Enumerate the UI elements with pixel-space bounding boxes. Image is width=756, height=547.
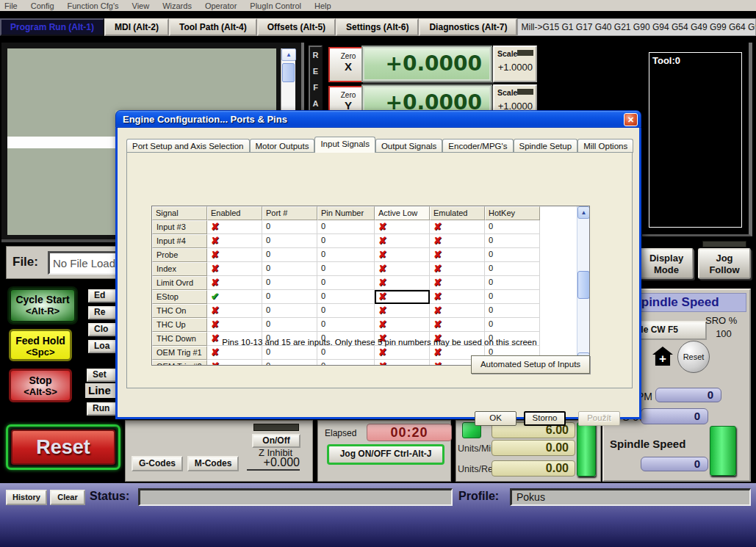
grid-cell-emulated[interactable]: ✘ <box>430 220 485 234</box>
grid-cell-port[interactable]: 0 <box>262 304 317 318</box>
grid-header-signal[interactable]: Signal <box>152 206 207 220</box>
feedrate-override-bar[interactable] <box>577 422 596 477</box>
dialog-tab-spindle-setup[interactable]: Spindle Setup <box>514 139 578 153</box>
x-axis-dro[interactable]: +0.0000 <box>361 46 492 82</box>
grid-header-active-low[interactable]: Active Low <box>375 206 430 220</box>
grid-cell-active-low[interactable]: ✘ <box>375 290 430 304</box>
automated-setup-button[interactable]: Automated Setup of Inputs <box>471 355 590 374</box>
grid-cell-enabled[interactable]: ✘ <box>207 234 262 248</box>
menu-item-file[interactable]: File <box>4 1 18 10</box>
grid-cell-hotkey[interactable]: 0 <box>485 304 540 318</box>
grid-cell-active-low[interactable]: ✘ <box>375 276 430 290</box>
grid-cell-active-low[interactable]: ✘ <box>375 262 430 276</box>
grid-cell-enabled[interactable]: ✔ <box>207 290 262 304</box>
jog-on-off-button[interactable]: Jog ON/OFF Ctrl-Alt-J <box>327 444 444 465</box>
grid-cell-emulated[interactable]: ✘ <box>430 304 485 318</box>
units-min-display[interactable]: 0.00 <box>492 440 575 456</box>
screen-tab-tool-path[interactable]: Tool Path (Alt-4) <box>169 18 257 36</box>
menu-item-wizards[interactable]: Wizards <box>162 1 192 10</box>
grid-cell-enabled[interactable]: ✘ <box>207 248 262 262</box>
grid-cell-active-low[interactable]: ✘ <box>375 346 430 360</box>
grid-cell-port[interactable]: 0 <box>262 290 317 304</box>
grid-cell-pin[interactable]: 0 <box>317 360 375 366</box>
grid-header-enabled[interactable]: Enabled <box>207 206 262 220</box>
scroll-up-icon[interactable]: ▲ <box>281 48 296 61</box>
grid-cell-port[interactable]: 0 <box>262 234 317 248</box>
screen-tab-settings[interactable]: Settings (Alt-6) <box>336 18 419 36</box>
z-inhibit-value[interactable]: +0.000 <box>247 456 300 471</box>
grid-cell-hotkey[interactable]: 0 <box>485 248 540 262</box>
grid-cell-port[interactable]: 0 <box>262 276 317 290</box>
menu-item-view[interactable]: View <box>132 1 150 10</box>
grid-cell-pin[interactable]: 0 <box>317 262 375 276</box>
grid-cell-hotkey[interactable]: 0 <box>485 276 540 290</box>
grid-header-emulated[interactable]: Emulated <box>430 206 485 220</box>
grid-cell-pin[interactable]: 0 <box>317 234 375 248</box>
grid-cell-emulated[interactable]: ✘ <box>430 262 485 276</box>
clear-button[interactable]: Clear <box>50 490 85 505</box>
feed-hold-button[interactable]: Feed Hold <Spc> <box>9 329 72 361</box>
grid-cell-active-low[interactable]: ✘ <box>375 360 430 366</box>
g-codes-button[interactable]: G-Codes <box>132 456 183 471</box>
grid-cell-active-low[interactable]: ✘ <box>375 220 430 234</box>
menu-item-config[interactable]: Config <box>31 1 54 10</box>
units-rev-display[interactable]: 0.00 <box>492 460 575 477</box>
grid-cell-port[interactable]: 0 <box>262 262 317 276</box>
m-codes-button[interactable]: M-Codes <box>187 456 239 471</box>
grid-cell-enabled[interactable]: ✘ <box>207 276 262 290</box>
dialog-tab-mill-options[interactable]: Mill Options <box>577 139 633 153</box>
grid-cell-hotkey[interactable]: 0 <box>485 220 540 234</box>
reset-button[interactable]: Reset <box>6 424 120 470</box>
menu-item-function-cfgs[interactable]: Function Cfg's <box>68 1 119 10</box>
z-inhibit-on-off-button[interactable]: On/Off <box>252 434 300 448</box>
jog-follow-button[interactable]: Jog Follow <box>698 248 751 279</box>
grid-cell-active-low[interactable]: ✘ <box>375 248 430 262</box>
dialog-tab-output-signals[interactable]: Output Signals <box>375 139 442 153</box>
grid-cell-pin[interactable]: 0 <box>317 276 375 290</box>
grid-cell-pin[interactable]: 0 <box>317 346 375 360</box>
close-icon[interactable]: ✕ <box>624 113 638 126</box>
grid-cell-active-low[interactable]: ✘ <box>375 234 430 248</box>
menu-item-help[interactable]: Help <box>314 1 331 10</box>
dialog-tab-port-setup-and-axis-selection[interactable]: Port Setup and Axis Selection <box>126 139 250 153</box>
spindle-plus-icon[interactable]: + <box>652 347 673 366</box>
grid-cell-port[interactable]: 0 <box>262 318 317 332</box>
rpm-display[interactable]: 0 <box>655 388 721 402</box>
history-button[interactable]: History <box>6 490 47 505</box>
sov-display[interactable]: 0 <box>641 408 708 424</box>
menu-item-plugin-control[interactable]: PlugIn Control <box>250 1 301 10</box>
x-scale-box[interactable]: Scale +1.0000 <box>493 46 537 82</box>
grid-cell-emulated[interactable]: ✘ <box>430 248 485 262</box>
grid-cell-pin[interactable]: 0 <box>317 220 375 234</box>
display-mode-button[interactable]: Display Mode <box>639 248 694 279</box>
screen-tab-program-run[interactable]: Program Run (Alt-1) <box>0 18 104 36</box>
scroll-up-icon[interactable]: ▲ <box>577 206 590 219</box>
spindle-speed-display[interactable]: 0 <box>641 457 708 471</box>
stop-button[interactable]: Stop <Alt-S> <box>9 369 72 402</box>
dialog-title-bar[interactable]: Engine Configuration... Ports & Pins ✕ <box>115 110 641 128</box>
ok-button[interactable]: OK <box>475 411 516 426</box>
cycle-start-button[interactable]: Cycle Start <Alt-R> <box>9 288 76 323</box>
grid-header-hotkey[interactable]: HotKey <box>485 206 540 220</box>
grid-cell-enabled[interactable]: ✘ <box>207 220 262 234</box>
grid-cell-emulated[interactable]: ✘ <box>430 290 485 304</box>
grid-header-pin-number[interactable]: Pin Number <box>317 206 375 220</box>
scrollbar-thumb[interactable] <box>282 63 295 82</box>
grid-cell-enabled[interactable]: ✘ <box>207 262 262 276</box>
grid-cell-hotkey[interactable]: 0 <box>485 234 540 248</box>
spindle-override-bar[interactable] <box>710 426 736 476</box>
screen-tab-diagnostics[interactable]: Diagnostics (Alt-7) <box>419 18 517 36</box>
grid-cell-hotkey[interactable]: 0 <box>485 318 540 332</box>
cancel-button[interactable]: Storno <box>524 411 566 426</box>
grid-cell-emulated[interactable]: ✘ <box>430 234 485 248</box>
grid-cell-hotkey[interactable]: 0 <box>485 290 540 304</box>
grid-cell-enabled[interactable]: ✘ <box>207 360 262 366</box>
grid-cell-port[interactable]: 0 <box>262 346 317 360</box>
grid-cell-enabled[interactable]: ✘ <box>207 318 262 332</box>
dialog-tab-motor-outputs[interactable]: Motor Outputs <box>250 139 315 153</box>
grid-cell-hotkey[interactable]: 0 <box>485 262 540 276</box>
grid-cell-pin[interactable]: 0 <box>317 304 375 318</box>
screen-tab-offsets[interactable]: Offsets (Alt-5) <box>257 18 336 36</box>
grid-cell-pin[interactable]: 0 <box>317 248 375 262</box>
grid-cell-port[interactable]: 0 <box>262 248 317 262</box>
